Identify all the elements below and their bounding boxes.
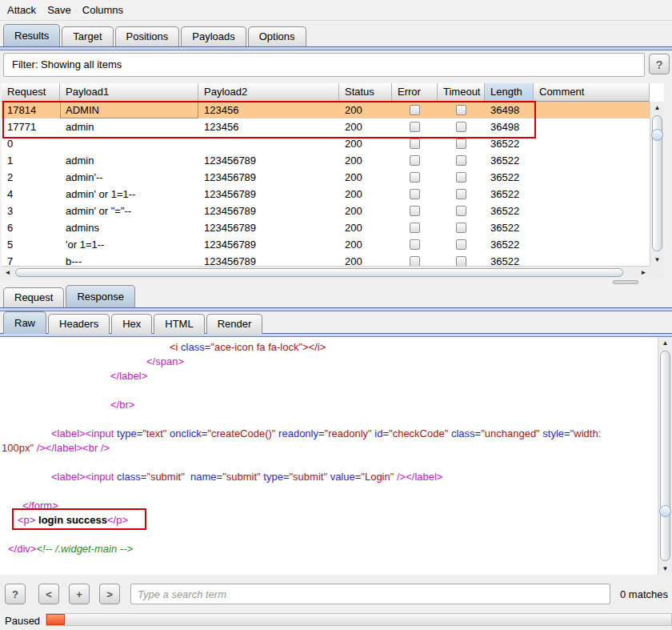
table-row[interactable]: 2admin'--12345678920036522 [2,169,650,186]
code-line: <label><input class="submit" name="submi… [0,470,658,484]
cell-payload2: 123456 [198,118,339,135]
timeout-checkbox[interactable] [456,155,466,166]
col-header-comment[interactable]: Comment [534,83,650,102]
search-input[interactable] [130,584,610,604]
cell-request: 17814 [2,102,60,118]
timeout-checkbox[interactable] [456,256,466,266]
timeout-checkbox[interactable] [456,206,466,216]
error-checkbox[interactable] [410,189,420,199]
scroll-down-icon[interactable]: ▼ [659,563,671,575]
match-count: 0 matches [620,588,668,600]
scroll-down-icon[interactable]: ▼ [651,254,663,266]
status-label: Paused [5,615,40,627]
main-tab-results[interactable]: Results [3,24,60,46]
cell-comment [534,253,650,266]
message-tab-response[interactable]: Response [66,285,135,307]
cell-payload2: 123456 [198,102,339,118]
message-tab-request[interactable]: Request [3,287,64,307]
filter-bar[interactable]: Filter: Showing all items [3,53,645,77]
timeout-checkbox[interactable] [456,122,466,132]
timeout-checkbox[interactable] [456,239,466,250]
response-viewer[interactable]: <i class="ace-icon fa fa-lock"></i></spa… [0,337,658,575]
table-row[interactable]: 5'or 1=1--12345678920036522 [2,236,650,253]
scroll-up-icon[interactable]: ▲ [651,102,663,114]
col-header-length[interactable]: Length▲ [485,83,534,102]
cell-status: 200 [339,118,392,135]
col-header-status[interactable]: Status [339,83,392,102]
error-checkbox[interactable] [410,138,420,149]
scroll-left-icon[interactable]: ◄ [2,267,14,279]
table-row[interactable]: 17814ADMIN12345620036498 [2,102,650,118]
cell-timeout [438,102,485,118]
error-checkbox[interactable] [410,256,420,266]
table-row[interactable]: 4admin' or 1=1--12345678920036522 [2,186,650,203]
menu-attack[interactable]: Attack [2,0,42,20]
table-vertical-scrollbar[interactable]: ▲ ▼ [650,102,664,266]
view-tab-hex[interactable]: Hex [111,314,152,334]
table-row[interactable]: 17771admin12345620036498 [2,118,650,135]
cell-request: 0 [2,135,60,152]
scroll-right-icon[interactable]: ► [638,267,650,279]
main-tab-target[interactable]: Target [62,26,113,46]
response-vertical-scrollbar[interactable]: ▲ ▼ [658,337,672,575]
attack-progress-bar [46,613,672,626]
table-horizontal-scrollbar[interactable]: ◄ ► [2,266,650,279]
cell-status: 200 [339,236,392,253]
cell-comment [534,203,650,219]
cell-error [392,152,438,169]
code-line [0,383,658,398]
response-vscroll-thumb[interactable] [660,351,670,561]
search-prev-button[interactable]: < [38,584,59,604]
main-tab-positions[interactable]: Positions [115,26,180,46]
col-header-payload2[interactable]: Payload2 [198,83,339,102]
table-row[interactable]: 020036522 [2,135,650,152]
timeout-checkbox[interactable] [456,172,466,183]
table-vscroll-thumb[interactable] [652,115,662,251]
code-line: </div><!-- /.widget-main --> [0,542,658,556]
table-row[interactable]: 7b---12345678920036522 [2,253,650,266]
col-header-timeout[interactable]: Timeout [438,83,485,102]
col-header-request[interactable]: Request [2,83,60,102]
view-tab-render[interactable]: Render [206,314,263,334]
main-tab-options[interactable]: Options [248,26,306,46]
cell-timeout [438,118,485,135]
error-checkbox[interactable] [410,122,420,132]
search-next-button[interactable]: > [99,584,120,604]
search-help-button[interactable]: ? [5,584,26,604]
col-header-payload1[interactable]: Payload1 [60,83,198,102]
cell-status: 200 [339,219,392,236]
cell-error [392,253,438,266]
view-tab-raw[interactable]: Raw [3,311,46,334]
view-tab-html[interactable]: HTML [154,314,204,334]
timeout-checkbox[interactable] [456,223,466,233]
error-checkbox[interactable] [410,223,420,233]
search-add-button[interactable]: + [69,584,90,604]
col-header-error[interactable]: Error [392,83,438,102]
cell-length: 36522 [485,186,534,203]
table-hscroll-thumb[interactable] [15,268,623,277]
table-row[interactable]: 6admins12345678920036522 [2,219,650,236]
error-checkbox[interactable] [410,206,420,216]
error-checkbox[interactable] [410,172,420,183]
menu-save[interactable]: Save [42,0,77,20]
cell-length: 36522 [485,169,534,186]
error-checkbox[interactable] [410,105,420,115]
progress-fill [46,614,65,625]
table-row[interactable]: 3admin' or "="--12345678920036522 [2,203,650,219]
cell-request: 17771 [2,118,60,135]
menu-columns[interactable]: Columns [77,0,129,20]
timeout-checkbox[interactable] [456,189,466,199]
code-line: </br> [0,398,658,412]
error-checkbox[interactable] [410,239,420,250]
filter-help-button[interactable]: ? [649,54,670,74]
splitter-handle[interactable] [613,280,638,284]
cell-error [392,102,438,118]
scroll-up-icon[interactable]: ▲ [659,337,671,349]
table-row[interactable]: 1admin12345678920036522 [2,152,650,169]
timeout-checkbox[interactable] [456,138,466,149]
error-checkbox[interactable] [410,155,420,166]
col-header-label: Payload2 [204,86,247,98]
view-tab-headers[interactable]: Headers [48,314,110,334]
main-tab-payloads[interactable]: Payloads [181,26,246,46]
timeout-checkbox[interactable] [456,105,466,115]
